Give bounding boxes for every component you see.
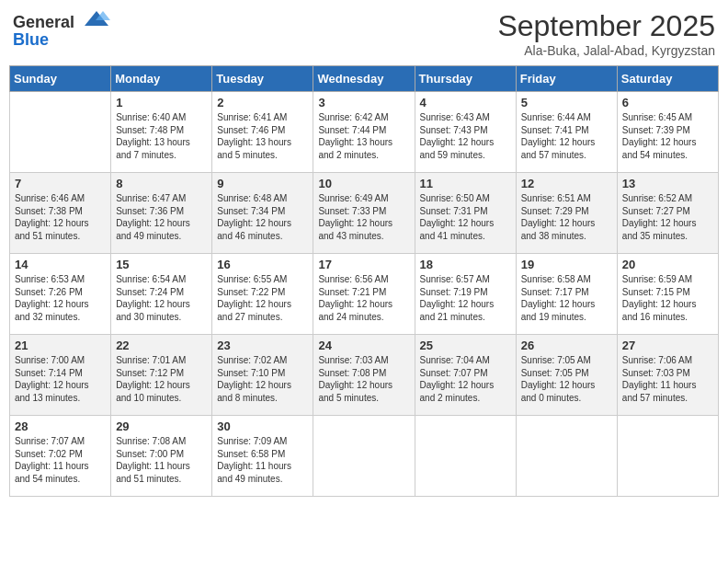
cell-info: Sunrise: 7:06 AMSunset: 7:03 PMDaylight:… (622, 354, 713, 404)
cell-info: Sunrise: 6:48 AMSunset: 7:34 PMDaylight:… (217, 192, 308, 242)
calendar-cell: 9Sunrise: 6:48 AMSunset: 7:34 PMDaylight… (212, 173, 313, 254)
month-title: September 2025 (497, 9, 715, 43)
day-number: 26 (521, 339, 612, 352)
calendar-cell: 26Sunrise: 7:05 AMSunset: 7:05 PMDayligh… (516, 335, 617, 416)
day-number: 20 (622, 258, 713, 271)
day-number: 14 (15, 258, 106, 271)
page-header: General Blue September 2025 Ala-Buka, Ja… (9, 9, 719, 58)
day-number: 12 (521, 177, 612, 190)
calendar-cell: 21Sunrise: 7:00 AMSunset: 7:14 PMDayligh… (10, 335, 111, 416)
cell-info: Sunrise: 7:01 AMSunset: 7:12 PMDaylight:… (116, 354, 207, 404)
cell-info: Sunrise: 6:46 AMSunset: 7:38 PMDaylight:… (15, 192, 106, 242)
calendar-cell (617, 416, 718, 497)
calendar-cell: 17Sunrise: 6:56 AMSunset: 7:21 PMDayligh… (313, 254, 415, 335)
cell-info: Sunrise: 7:07 AMSunset: 7:02 PMDaylight:… (15, 435, 106, 485)
calendar-cell: 23Sunrise: 7:02 AMSunset: 7:10 PMDayligh… (212, 335, 313, 416)
calendar-cell (313, 416, 415, 497)
cell-info: Sunrise: 6:45 AMSunset: 7:39 PMDaylight:… (622, 111, 713, 161)
day-number: 5 (521, 96, 612, 109)
calendar-cell: 18Sunrise: 6:57 AMSunset: 7:19 PMDayligh… (415, 254, 516, 335)
calendar-cell (516, 416, 617, 497)
logo-general: General (13, 13, 74, 31)
calendar-cell: 5Sunrise: 6:44 AMSunset: 7:41 PMDaylight… (516, 92, 617, 173)
cell-info: Sunrise: 6:47 AMSunset: 7:36 PMDaylight:… (116, 192, 207, 242)
calendar-cell: 22Sunrise: 7:01 AMSunset: 7:12 PMDayligh… (111, 335, 212, 416)
weekday-header-row: SundayMondayTuesdayWednesdayThursdayFrid… (10, 66, 719, 92)
week-row-5: 28Sunrise: 7:07 AMSunset: 7:02 PMDayligh… (10, 416, 719, 497)
week-row-4: 21Sunrise: 7:00 AMSunset: 7:14 PMDayligh… (10, 335, 719, 416)
calendar-cell: 30Sunrise: 7:09 AMSunset: 6:58 PMDayligh… (212, 416, 313, 497)
weekday-header-thursday: Thursday (415, 66, 516, 92)
title-block: September 2025 Ala-Buka, Jalal-Abad, Kyr… (497, 9, 715, 58)
location: Ala-Buka, Jalal-Abad, Kyrgyzstan (497, 43, 715, 58)
weekday-header-wednesday: Wednesday (313, 66, 415, 92)
day-number: 25 (420, 339, 511, 352)
calendar-cell: 27Sunrise: 7:06 AMSunset: 7:03 PMDayligh… (617, 335, 718, 416)
day-number: 28 (15, 419, 106, 433)
logo-icon (83, 9, 110, 28)
calendar-cell: 16Sunrise: 6:55 AMSunset: 7:22 PMDayligh… (212, 254, 313, 335)
cell-info: Sunrise: 6:53 AMSunset: 7:26 PMDaylight:… (15, 273, 106, 323)
day-number: 22 (116, 339, 207, 352)
cell-info: Sunrise: 6:42 AMSunset: 7:44 PMDaylight:… (318, 111, 409, 161)
weekday-header-tuesday: Tuesday (212, 66, 313, 92)
calendar-cell: 2Sunrise: 6:41 AMSunset: 7:46 PMDaylight… (212, 92, 313, 173)
calendar-cell: 12Sunrise: 6:51 AMSunset: 7:29 PMDayligh… (516, 173, 617, 254)
cell-info: Sunrise: 6:56 AMSunset: 7:21 PMDaylight:… (318, 273, 409, 323)
day-number: 23 (217, 339, 308, 352)
calendar-cell: 4Sunrise: 6:43 AMSunset: 7:43 PMDaylight… (415, 92, 516, 173)
day-number: 8 (116, 177, 207, 190)
cell-info: Sunrise: 6:55 AMSunset: 7:22 PMDaylight:… (217, 273, 308, 323)
cell-info: Sunrise: 6:41 AMSunset: 7:46 PMDaylight:… (217, 111, 308, 161)
day-number: 11 (420, 177, 511, 190)
cell-info: Sunrise: 6:54 AMSunset: 7:24 PMDaylight:… (116, 273, 207, 323)
week-row-3: 14Sunrise: 6:53 AMSunset: 7:26 PMDayligh… (10, 254, 719, 335)
cell-info: Sunrise: 7:03 AMSunset: 7:08 PMDaylight:… (318, 354, 409, 404)
logo: General Blue (13, 9, 110, 48)
calendar-cell: 10Sunrise: 6:49 AMSunset: 7:33 PMDayligh… (313, 173, 415, 254)
week-row-2: 7Sunrise: 6:46 AMSunset: 7:38 PMDaylight… (10, 173, 719, 254)
calendar-cell: 1Sunrise: 6:40 AMSunset: 7:48 PMDaylight… (111, 92, 212, 173)
day-number: 17 (318, 258, 409, 271)
calendar-cell: 8Sunrise: 6:47 AMSunset: 7:36 PMDaylight… (111, 173, 212, 254)
day-number: 27 (622, 339, 713, 352)
cell-info: Sunrise: 6:57 AMSunset: 7:19 PMDaylight:… (420, 273, 511, 323)
cell-info: Sunrise: 7:00 AMSunset: 7:14 PMDaylight:… (15, 354, 106, 404)
weekday-header-friday: Friday (516, 66, 617, 92)
day-number: 16 (217, 258, 308, 271)
calendar: SundayMondayTuesdayWednesdayThursdayFrid… (9, 65, 719, 497)
day-number: 10 (318, 177, 409, 190)
day-number: 18 (420, 258, 511, 271)
cell-info: Sunrise: 6:44 AMSunset: 7:41 PMDaylight:… (521, 111, 612, 161)
cell-info: Sunrise: 6:52 AMSunset: 7:27 PMDaylight:… (622, 192, 713, 242)
day-number: 6 (622, 96, 713, 109)
cell-info: Sunrise: 6:50 AMSunset: 7:31 PMDaylight:… (420, 192, 511, 242)
day-number: 7 (15, 177, 106, 190)
day-number: 9 (217, 177, 308, 190)
day-number: 1 (116, 96, 207, 109)
day-number: 19 (521, 258, 612, 271)
weekday-header-sunday: Sunday (10, 66, 111, 92)
calendar-cell (10, 92, 111, 173)
calendar-cell: 7Sunrise: 6:46 AMSunset: 7:38 PMDaylight… (10, 173, 111, 254)
weekday-header-monday: Monday (111, 66, 212, 92)
day-number: 4 (420, 96, 511, 109)
calendar-cell: 11Sunrise: 6:50 AMSunset: 7:31 PMDayligh… (415, 173, 516, 254)
cell-info: Sunrise: 7:02 AMSunset: 7:10 PMDaylight:… (217, 354, 308, 404)
cell-info: Sunrise: 7:05 AMSunset: 7:05 PMDaylight:… (521, 354, 612, 404)
day-number: 13 (622, 177, 713, 190)
calendar-cell: 13Sunrise: 6:52 AMSunset: 7:27 PMDayligh… (617, 173, 718, 254)
cell-info: Sunrise: 7:09 AMSunset: 6:58 PMDaylight:… (217, 435, 308, 485)
cell-info: Sunrise: 7:04 AMSunset: 7:07 PMDaylight:… (420, 354, 511, 404)
day-number: 3 (318, 96, 409, 109)
calendar-cell: 29Sunrise: 7:08 AMSunset: 7:00 PMDayligh… (111, 416, 212, 497)
calendar-cell: 6Sunrise: 6:45 AMSunset: 7:39 PMDaylight… (617, 92, 718, 173)
logo-blue: Blue (13, 31, 49, 48)
calendar-cell: 20Sunrise: 6:59 AMSunset: 7:15 PMDayligh… (617, 254, 718, 335)
day-number: 29 (116, 419, 207, 433)
cell-info: Sunrise: 7:08 AMSunset: 7:00 PMDaylight:… (116, 435, 207, 485)
weekday-header-saturday: Saturday (617, 66, 718, 92)
day-number: 15 (116, 258, 207, 271)
day-number: 24 (318, 339, 409, 352)
calendar-cell: 15Sunrise: 6:54 AMSunset: 7:24 PMDayligh… (111, 254, 212, 335)
